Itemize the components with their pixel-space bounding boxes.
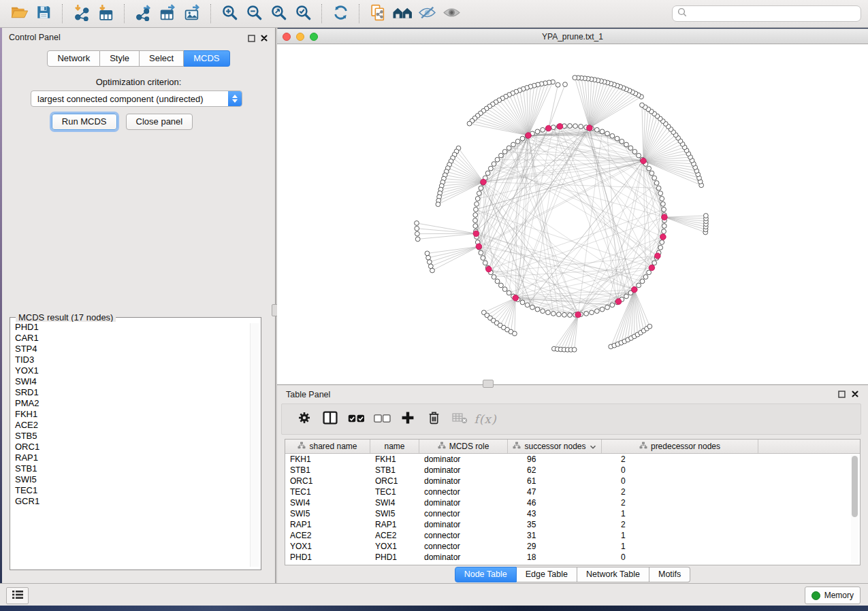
column-header-MCDS-role[interactable]: MCDS role	[419, 440, 508, 453]
table-cell: SWI4	[285, 498, 370, 508]
delete-column-button[interactable]	[422, 408, 445, 431]
mcds-list-scrollbar[interactable]	[250, 323, 259, 567]
table-cell: SWI4	[370, 498, 419, 508]
zoom-selected-button[interactable]	[291, 3, 315, 24]
ring-node	[498, 153, 503, 158]
tab-mcds[interactable]: MCDS	[184, 50, 229, 67]
table-row[interactable]: SWI5SWI5connector431	[285, 508, 860, 519]
mcds-result-item[interactable]: YOX1	[11, 365, 260, 376]
automation-panel-button[interactable]	[6, 587, 29, 604]
mcds-result-item[interactable]: PMA2	[11, 398, 260, 409]
open-file-button[interactable]	[7, 3, 31, 24]
mcds-hub-node	[486, 266, 492, 272]
table-cell: ORC1	[285, 476, 370, 486]
optimization-criterion-label: Optimization criterion:	[2, 77, 275, 87]
hide-selected-button[interactable]	[415, 3, 439, 24]
mcds-result-item[interactable]: TID3	[11, 354, 260, 365]
zoom-in-button[interactable]	[217, 3, 242, 24]
tab-motifs[interactable]: Motifs	[649, 567, 690, 582]
sort-chevron-icon[interactable]	[590, 442, 596, 451]
ring-node	[535, 129, 540, 134]
mcds-result-item[interactable]: SRD1	[11, 387, 260, 398]
mcds-result-item[interactable]: RAP1	[11, 452, 260, 463]
table-row[interactable]: FKH1FKH1dominator962	[285, 454, 860, 465]
mcds-result-item[interactable]: TEC1	[11, 485, 260, 496]
search-input[interactable]	[690, 8, 856, 19]
ring-node	[605, 131, 610, 136]
new-network-from-selection-button[interactable]	[366, 3, 390, 24]
table-mode-icon	[298, 411, 311, 427]
import-table-button[interactable]	[93, 3, 118, 24]
table-scrollbar[interactable]	[851, 455, 858, 563]
column-header-predecessor-nodes[interactable]: predecessor nodes	[602, 440, 758, 453]
first-neighbors-button[interactable]	[390, 3, 415, 24]
mcds-hub-node	[662, 214, 668, 220]
show-columns-button[interactable]	[319, 408, 342, 431]
memory-button[interactable]: Memory	[805, 587, 861, 604]
mcds-result-item[interactable]: ACE2	[11, 420, 260, 431]
save-session-button[interactable]	[31, 3, 56, 24]
table-row[interactable]: PHD1PHD1dominator180	[285, 552, 860, 563]
mcds-result-item[interactable]: FKH1	[11, 409, 260, 420]
zoom-out-button[interactable]	[242, 3, 266, 24]
table-row[interactable]: YOX1YOX1connector291	[285, 541, 860, 552]
criterion-select[interactable]: largest connected component (undirected)	[31, 90, 242, 107]
tab-select[interactable]: Select	[140, 50, 184, 67]
zoom-fit-button[interactable]	[266, 3, 291, 24]
select-all-button[interactable]	[344, 408, 368, 431]
table-row[interactable]: ORC1ORC1dominator610	[285, 476, 860, 486]
criterion-select-value: largest connected component (undirected)	[31, 94, 228, 104]
mcds-result-item[interactable]: STP4	[11, 344, 260, 354]
table-cell: 2	[602, 487, 758, 497]
tab-node-table[interactable]: Node Table	[455, 567, 517, 582]
ring-node	[647, 270, 652, 275]
mcds-result-item[interactable]: CAR1	[11, 333, 260, 344]
network-graph	[277, 44, 868, 384]
tab-style[interactable]: Style	[100, 50, 140, 67]
mcds-hub-node	[641, 158, 647, 164]
tab-network-table[interactable]: Network Table	[577, 567, 649, 582]
tab-edge-table[interactable]: Edge Table	[517, 567, 577, 582]
table-row[interactable]: STB1STB1dominator620	[285, 465, 860, 476]
column-header-successor-nodes[interactable]: successor nodes	[508, 440, 602, 453]
deselect-all-button[interactable]	[370, 408, 393, 431]
network-canvas[interactable]	[277, 44, 868, 384]
column-header-name[interactable]: name	[370, 440, 419, 453]
ring-node	[662, 224, 666, 229]
mcds-result-item[interactable]: SWI4	[11, 376, 260, 387]
table-row[interactable]: SWI4SWI4dominator462	[285, 497, 860, 508]
mcds-result-item[interactable]: STB5	[11, 431, 260, 442]
network-window-title: YPA_prune.txt_1	[277, 32, 868, 42]
network-window-titlebar[interactable]: YPA_prune.txt_1	[277, 29, 868, 44]
float-panel-icon[interactable]	[246, 33, 256, 43]
import-network-button[interactable]	[69, 3, 93, 24]
mcds-result-item[interactable]: SWI5	[11, 474, 260, 485]
mcds-result-item[interactable]: PHD1	[11, 322, 260, 333]
table-mode-button[interactable]	[293, 408, 316, 431]
table-cell: dominator	[419, 520, 508, 529]
horizontal-splitter-handle[interactable]	[483, 380, 494, 388]
table-row[interactable]: RAP1RAP1dominator352	[285, 519, 860, 530]
export-network-button[interactable]	[131, 3, 155, 24]
show-all-button[interactable]	[439, 3, 464, 24]
export-table-button[interactable]	[155, 3, 180, 24]
float-panel-icon[interactable]	[837, 389, 846, 399]
tab-network[interactable]: Network	[47, 50, 100, 67]
table-row[interactable]: TEC1TEC1connector472	[285, 486, 860, 497]
table-row[interactable]: ACE2ACE2connector311	[285, 530, 860, 541]
table-scrollbar-thumb[interactable]	[852, 456, 858, 517]
column-header-shared-name[interactable]: shared name	[285, 440, 370, 453]
export-image-button[interactable]	[180, 3, 204, 24]
zoom-fit-icon	[270, 4, 287, 24]
close-panel-button[interactable]: Close panel	[126, 114, 193, 130]
close-panel-icon[interactable]	[259, 33, 269, 43]
run-mcds-button[interactable]: Run MCDS	[52, 114, 117, 130]
ring-node	[649, 171, 654, 176]
table-cell: 0	[602, 552, 758, 562]
mcds-result-item[interactable]: STB1	[11, 463, 260, 474]
mcds-result-item[interactable]: ORC1	[11, 442, 260, 452]
create-column-button[interactable]	[396, 408, 419, 431]
apply-preferred-layout-button[interactable]	[328, 3, 353, 24]
close-panel-icon[interactable]	[850, 389, 860, 399]
mcds-result-item[interactable]: GCR1	[11, 496, 260, 507]
